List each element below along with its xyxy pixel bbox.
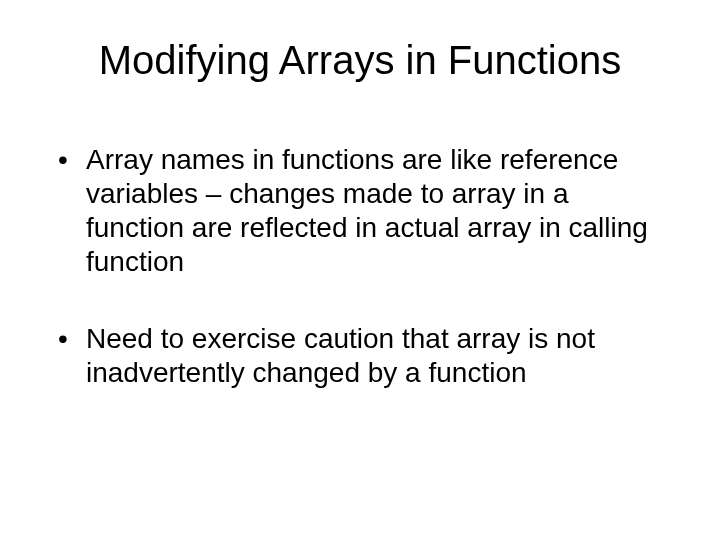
bullet-item: Array names in functions are like refere… — [58, 143, 670, 280]
slide-title: Modifying Arrays in Functions — [50, 38, 670, 83]
bullet-item: Need to exercise caution that array is n… — [58, 322, 670, 390]
slide-container: Modifying Arrays in Functions Array name… — [0, 0, 720, 540]
bullet-list: Array names in functions are like refere… — [50, 143, 670, 390]
